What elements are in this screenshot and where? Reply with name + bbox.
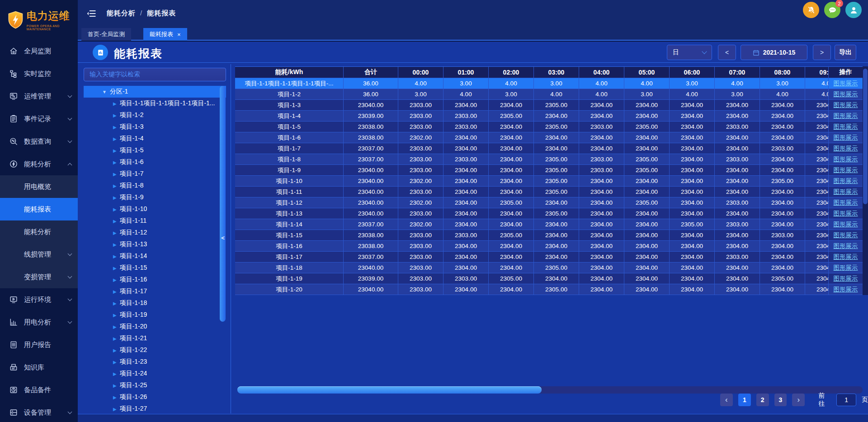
caret-right-icon[interactable]: ▶ — [113, 289, 117, 294]
date-next-button[interactable]: > — [813, 45, 831, 60]
chart-display-link[interactable]: 图形展示 — [834, 134, 858, 142]
tree-node[interactable]: ▶项目-1-14 — [84, 250, 226, 262]
sidebar-subitem-线损管理[interactable]: 线损管理 — [0, 243, 78, 266]
sidebar-item-用户报告[interactable]: 用户报告 — [0, 333, 78, 356]
sidebar-item-知识库[interactable]: 知识库 — [0, 356, 78, 379]
tree-node[interactable]: ▶项目-1-21 — [84, 333, 226, 344]
caret-right-icon[interactable]: ▶ — [113, 301, 117, 306]
tree-node[interactable]: ▶项目-1-16 — [84, 274, 226, 286]
page-prev-button[interactable]: ‹ — [720, 394, 733, 406]
table-row[interactable]: 项目-1-823037.002303.002303.002304.002305.… — [235, 154, 850, 165]
table-row[interactable]: 项目-1-1223040.002302.002304.002305.002304… — [235, 197, 850, 208]
tree-node[interactable]: ▶项目-1-19 — [84, 309, 226, 321]
table-row[interactable]: 项目-1-923040.002303.002304.002304.002305.… — [235, 165, 850, 176]
tree-node[interactable]: ▶项目-1-1项目-1-1项目-1-1项目-1... — [84, 98, 226, 109]
tree-node[interactable]: ▶项目-1-23 — [84, 356, 226, 368]
sidebar-item-运行环境[interactable]: 运行环境 — [0, 288, 78, 311]
caret-right-icon[interactable]: ▶ — [113, 348, 117, 353]
chart-display-link[interactable]: 图形展示 — [834, 253, 858, 261]
date-prev-button[interactable]: < — [718, 45, 736, 60]
caret-right-icon[interactable]: ▶ — [113, 195, 117, 200]
chart-display-link[interactable]: 图形展示 — [834, 123, 858, 131]
chart-display-link[interactable]: 图形展示 — [834, 112, 858, 120]
chart-display-link[interactable]: 图形展示 — [834, 286, 858, 294]
tree-node[interactable]: ▶项目-1-9 — [84, 192, 226, 203]
sidebar-subitem-用电概览[interactable]: 用电概览 — [0, 175, 78, 198]
table-row[interactable]: 项目-1-1823040.002303.002304.002304.002305… — [235, 263, 850, 273]
caret-right-icon[interactable]: ▶ — [113, 160, 117, 165]
sidebar-subitem-能耗分析[interactable]: 能耗分析 — [0, 220, 78, 243]
chart-display-link[interactable]: 图形展示 — [834, 80, 858, 88]
sidebar-item-用电分析[interactable]: 用电分析 — [0, 311, 78, 333]
table-row[interactable]: 项目-1-236.003.004.003.004.004.003.004.003… — [235, 89, 850, 100]
caret-right-icon[interactable]: ▶ — [113, 383, 117, 388]
table-row[interactable]: 项目-1-1723037.002303.002304.002304.002304… — [235, 252, 850, 263]
period-select[interactable]: 日 — [667, 45, 712, 60]
table-row[interactable]: 项目-1-2023040.002303.002304.002304.002305… — [235, 284, 850, 295]
table-row[interactable]: 项目-1-1023040.002302.002304.002304.002305… — [235, 176, 850, 187]
caret-right-icon[interactable]: ▶ — [113, 242, 117, 247]
caret-right-icon[interactable]: ▶ — [113, 336, 117, 341]
sidebar-fold-icon[interactable] — [86, 8, 97, 19]
tree-node[interactable]: ▶项目-1-12 — [84, 227, 226, 239]
caret-right-icon[interactable]: ▶ — [113, 407, 117, 412]
caret-right-icon[interactable]: ▶ — [113, 101, 117, 106]
chart-display-link[interactable]: 图形展示 — [834, 220, 858, 229]
chart-display-link[interactable]: 图形展示 — [834, 155, 858, 164]
tree-node[interactable]: ▶项目-1-20 — [84, 321, 226, 333]
tree-node[interactable]: ▶项目-1-2 — [84, 109, 226, 121]
caret-right-icon[interactable]: ▶ — [113, 172, 117, 177]
tree-node-root[interactable]: ▼分区-1 — [84, 86, 226, 98]
chart-display-link[interactable]: 图形展示 — [834, 145, 858, 153]
chart-display-link[interactable]: 图形展示 — [834, 177, 858, 185]
sidebar-subitem-变损管理[interactable]: 变损管理 — [0, 266, 78, 288]
page-button-3[interactable]: 3 — [774, 394, 787, 406]
notification-mute-button[interactable] — [803, 2, 819, 18]
tab-close-icon[interactable]: × — [177, 31, 181, 38]
caret-right-icon[interactable]: ▶ — [113, 148, 117, 153]
tree-node[interactable]: ▶项目-1-24 — [84, 368, 226, 380]
goto-page-input[interactable]: 1 — [836, 394, 856, 406]
messages-button[interactable]: 2 — [824, 2, 840, 18]
chart-display-link[interactable]: 图形展示 — [834, 199, 858, 207]
table-row[interactable]: 项目-1-1623038.002303.002304.002304.002304… — [235, 241, 850, 252]
page-button-1[interactable]: 1 — [738, 394, 751, 406]
user-profile-button[interactable] — [845, 2, 862, 18]
tree-node[interactable]: ▶项目-1-27 — [84, 403, 226, 413]
page-next-button[interactable]: › — [792, 394, 805, 406]
caret-right-icon[interactable]: ▶ — [113, 207, 117, 212]
table-row[interactable]: 项目-1-523038.002303.002303.002304.002305.… — [235, 122, 850, 132]
tree-node[interactable]: ▶项目-1-22 — [84, 344, 226, 356]
caret-right-icon[interactable]: ▶ — [113, 277, 117, 282]
caret-right-icon[interactable]: ▶ — [113, 371, 117, 376]
table-hscrollbar-thumb[interactable] — [237, 386, 542, 394]
sidebar-subitem-能耗报表[interactable]: 能耗报表 — [0, 198, 78, 220]
tree-node[interactable]: ▶项目-1-11 — [84, 215, 226, 227]
tree-node[interactable]: ▶项目-1-5 — [84, 145, 226, 156]
chart-display-link[interactable]: 图形展示 — [834, 210, 858, 218]
caret-right-icon[interactable]: ▶ — [113, 324, 117, 329]
sidebar-item-事件记录[interactable]: 事件记录 — [0, 108, 78, 130]
sidebar-item-备品备件[interactable]: 备品备件 — [0, 379, 78, 401]
table-row[interactable]: 项目-1-1923039.002303.002303.002305.002304… — [235, 273, 850, 284]
tree-node[interactable]: ▶项目-1-3 — [84, 121, 226, 133]
table-row[interactable]: 项目-1-623038.002302.002304.002304.002304.… — [235, 132, 850, 143]
chart-display-link[interactable]: 图形展示 — [834, 264, 858, 272]
table-row[interactable]: 项目-1-323040.002303.002304.002304.002305.… — [235, 100, 850, 111]
tree-node[interactable]: ▶项目-1-10 — [84, 203, 226, 215]
tree-node[interactable]: ▶项目-1-13 — [84, 239, 226, 250]
tree-node[interactable]: ▶项目-1-18 — [84, 297, 226, 309]
caret-right-icon[interactable]: ▶ — [113, 266, 117, 271]
breadcrumb-parent[interactable]: 能耗分析 — [107, 9, 136, 17]
sidebar-item-运维管理[interactable]: 运维管理 — [0, 85, 78, 108]
sidebar-item-能耗分析[interactable]: 能耗分析 — [0, 153, 78, 175]
caret-right-icon[interactable]: ▶ — [113, 230, 117, 235]
chart-display-link[interactable]: 图形展示 — [834, 275, 858, 283]
caret-right-icon[interactable]: ▶ — [113, 360, 117, 365]
page-button-2[interactable]: 2 — [756, 394, 769, 406]
chart-display-link[interactable]: 图形展示 — [834, 188, 858, 196]
caret-down-icon[interactable]: ▼ — [102, 89, 107, 94]
chart-display-link[interactable]: 图形展示 — [834, 101, 858, 109]
caret-right-icon[interactable]: ▶ — [113, 219, 117, 224]
table-row[interactable]: 项目-1-1523038.002303.002303.002305.002304… — [235, 230, 850, 241]
